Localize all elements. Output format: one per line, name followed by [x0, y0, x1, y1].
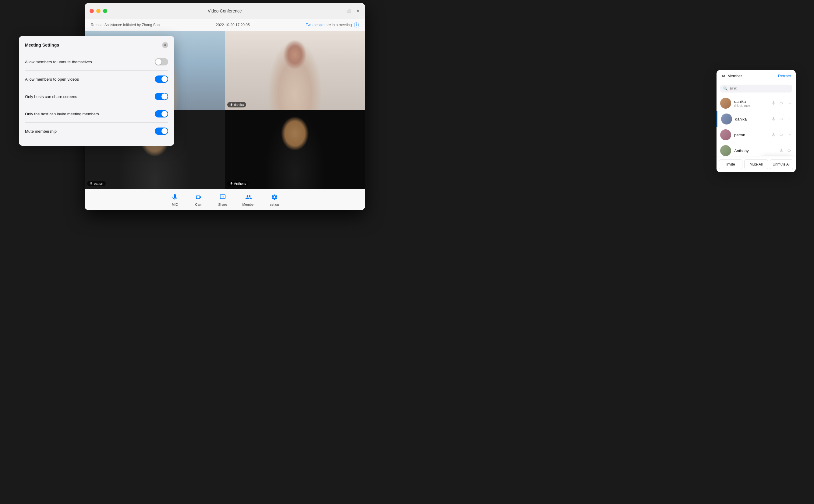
mic-mute-icon[interactable]: [771, 116, 776, 122]
mic-mute-icon[interactable]: [779, 148, 784, 153]
mic-label: MIC: [172, 203, 178, 206]
member-panel-icon: [721, 74, 726, 78]
toolbar-share-button[interactable]: Share: [218, 193, 227, 206]
highlight-text: Two people: [306, 23, 325, 27]
invite-button[interactable]: invite: [719, 159, 742, 169]
settings-item-share-screens: Only hosts can share screens: [25, 88, 168, 105]
video-cell-4: Anthony: [225, 110, 365, 189]
cam-off-icon[interactable]: [779, 100, 784, 106]
maximize-button[interactable]: [103, 9, 107, 13]
win-close-icon[interactable]: ✕: [356, 9, 360, 13]
settings-label-share-screens: Only hosts can share screens: [25, 94, 77, 99]
list-item: danika: [717, 111, 796, 127]
svg-point-1: [788, 103, 788, 103]
member-name: danika: [734, 99, 768, 104]
info-icon[interactable]: i: [354, 23, 359, 27]
subtitle-bar: Remote Assistance Initiated by Zhang San…: [85, 19, 365, 31]
more-icon[interactable]: [787, 132, 792, 138]
svg-point-9: [790, 135, 791, 135]
toolbar-member-button[interactable]: Member: [243, 193, 255, 206]
cam-off-icon[interactable]: [779, 132, 784, 138]
member-actions-anthony: [779, 148, 792, 153]
win-restore-icon[interactable]: ⬜: [347, 9, 351, 13]
share-label: Share: [218, 203, 227, 206]
video-label-danika: danika: [227, 102, 246, 107]
more-icon[interactable]: [787, 116, 792, 122]
member-actions: [771, 100, 792, 106]
title-bar: Video Conference — ⬜ ✕: [85, 3, 365, 19]
subtitle-right: Two people are in a meeting i: [306, 23, 359, 27]
setup-icon: [270, 193, 279, 201]
mic-icon: [170, 193, 179, 201]
window-controls: — ⬜ ✕: [338, 9, 360, 13]
subtitle-center: 2022-10-20 17:20:05: [160, 23, 306, 27]
mic-icon-v2: [230, 103, 233, 106]
settings-close-button[interactable]: ×: [162, 42, 168, 48]
member-list: danika (Host, me): [717, 95, 796, 156]
member-name: patton: [734, 133, 768, 137]
more-icon[interactable]: [787, 100, 792, 106]
win-minimize-icon[interactable]: —: [338, 9, 342, 13]
member-panel-header: Member Retract: [717, 70, 796, 82]
member-info: Anthony: [734, 149, 776, 153]
unmute-all-button[interactable]: Unmute All: [770, 159, 793, 169]
toggle-knob-invite: [161, 111, 167, 117]
mic-mute-icon[interactable]: [771, 100, 776, 106]
traffic-lights: [89, 9, 107, 13]
settings-label-mute-membership: Mute membership: [25, 129, 57, 134]
list-item: patton: [717, 127, 796, 143]
toggle-mute-membership[interactable]: [155, 128, 168, 135]
member-info: danika (Host, me): [734, 99, 768, 107]
search-input[interactable]: [730, 86, 789, 91]
member-info: patton: [734, 133, 768, 137]
label-text: patton: [94, 182, 103, 185]
minimize-button[interactable]: [96, 9, 100, 13]
svg-point-2: [789, 103, 790, 103]
svg-point-3: [790, 103, 791, 103]
mic-icon-v4: [230, 182, 233, 185]
label-text: Anthony: [234, 182, 246, 185]
settings-label-unmute: Allow members to unmute themselves: [25, 60, 92, 64]
share-icon: [219, 193, 227, 201]
close-button[interactable]: [89, 9, 94, 13]
toolbar-mic-button[interactable]: MIC: [170, 193, 179, 206]
member-panel-title: Member: [721, 74, 742, 78]
video-cell-2: danika: [225, 31, 365, 110]
settings-item-open-videos: Allow members to open videos: [25, 70, 168, 88]
search-input-wrap: 🔍: [720, 85, 792, 93]
toolbar-cam-button[interactable]: Cam: [194, 193, 203, 206]
toggle-unmute[interactable]: [155, 58, 168, 65]
video-label-anthony: Anthony: [227, 181, 249, 186]
mic-mute-icon[interactable]: [771, 132, 776, 138]
search-icon: 🔍: [723, 86, 728, 91]
list-item: danika (Host, me): [717, 95, 796, 111]
svg-point-4: [788, 119, 788, 119]
cam-off-icon[interactable]: [779, 116, 784, 122]
toggle-knob-open-videos: [161, 76, 167, 82]
member-panel-footer: invite Mute All Unmute All: [717, 156, 796, 172]
retract-button[interactable]: Retract: [778, 74, 791, 78]
mute-all-button[interactable]: Mute All: [744, 159, 768, 169]
toggle-invite[interactable]: [155, 110, 168, 117]
settings-header: Meeting Settings ×: [25, 42, 168, 48]
cam-off-icon[interactable]: [787, 148, 792, 153]
subtitle-left: Remote Assistance Initiated by Zhang San: [91, 23, 160, 27]
list-item: Anthony Topping Look at him: [717, 143, 796, 156]
window-title: Video Conference: [208, 9, 242, 13]
toggle-share-screens[interactable]: [155, 93, 168, 100]
toolbar-setup-button[interactable]: set up: [270, 193, 279, 206]
toggle-knob-unmute: [155, 59, 161, 65]
cam-label: Cam: [195, 203, 202, 206]
setup-label: set up: [270, 203, 279, 206]
avatar: [720, 98, 731, 109]
avatar: [721, 114, 732, 124]
svg-point-7: [788, 135, 788, 135]
svg-point-8: [789, 135, 790, 135]
toggle-knob-share-screens: [161, 93, 167, 100]
toggle-open-videos[interactable]: [155, 75, 168, 83]
settings-item-mute-membership: Mute membership: [25, 122, 168, 140]
toolbar: MIC Cam Share: [85, 189, 365, 210]
svg-point-6: [790, 119, 791, 119]
settings-modal: Meeting Settings × Allow members to unmu…: [19, 36, 174, 146]
cam-icon: [194, 193, 203, 201]
